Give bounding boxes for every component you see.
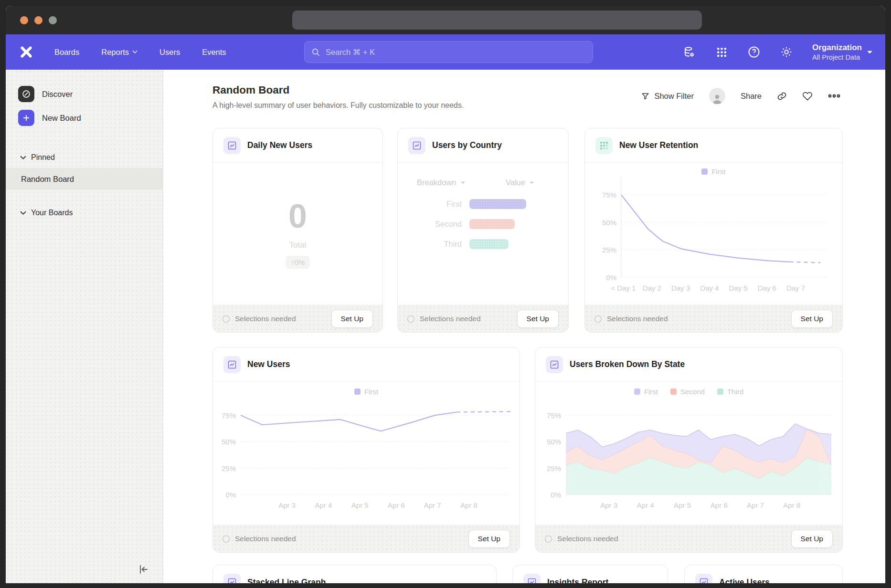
sidebar-section-pinned[interactable]: Pinned (6, 147, 163, 168)
card-footer: Selections needed Set Up (535, 525, 842, 552)
avatar[interactable] (709, 88, 725, 104)
mixpanel-logo-icon[interactable] (19, 44, 35, 60)
status-circle-icon (223, 536, 230, 543)
organization-switcher[interactable]: Organization All Project Data (812, 42, 873, 61)
show-filter-button[interactable]: Show Filter (641, 92, 694, 101)
address-bar[interactable] (292, 10, 702, 30)
x-tick-label: Apr 3 (278, 501, 296, 509)
setup-button[interactable]: Set Up (791, 310, 833, 328)
line-chart-icon (223, 574, 241, 583)
chart-plot (213, 382, 520, 496)
organization-name: Organization (812, 42, 862, 52)
nav-item-events[interactable]: Events (202, 48, 226, 57)
country-row-bar (469, 219, 515, 229)
traffic-light-3[interactable] (49, 16, 57, 24)
card-insights-report: Insights Report (512, 565, 668, 583)
retention-grid-icon (595, 137, 613, 154)
filter-icon (641, 92, 650, 101)
chevron-down-icon (460, 181, 466, 185)
data-management-icon[interactable] (682, 45, 696, 59)
nav-links: BoardsReportsUsersEvents (54, 48, 226, 57)
x-tick-label: Apr 6 (388, 501, 405, 509)
card-footer: Selections needed Set Up (398, 305, 568, 332)
traffic-light-2[interactable] (34, 16, 42, 24)
x-tick-label: Day 6 (758, 284, 776, 292)
line-chart-icon (695, 574, 712, 583)
card-footer: Selections needed Set Up (585, 305, 842, 332)
x-tick-label: Apr 5 (674, 501, 691, 509)
apps-grid-icon[interactable] (715, 45, 728, 59)
traffic-lights (20, 16, 57, 24)
x-tick-label: Apr 4 (315, 501, 332, 509)
sidebar-collapse-icon[interactable] (135, 562, 151, 577)
line-chart-icon (546, 356, 563, 373)
share-button[interactable]: Share (741, 92, 762, 101)
card-title: Users Broken Down By State (570, 359, 685, 369)
search-input[interactable]: Search ⌘ + K (304, 41, 593, 63)
setup-button[interactable]: Set Up (517, 310, 559, 328)
sidebar-item-new-board[interactable]: New Board (6, 106, 163, 130)
sidebar-section-label: Pinned (31, 153, 55, 162)
navbar-right: Organization All Project Data (682, 34, 873, 70)
chevron-down-icon (867, 50, 873, 54)
line-chart-icon (223, 356, 241, 373)
x-tick-label: < Day 1 (611, 284, 636, 292)
chevron-down-icon (529, 181, 534, 185)
help-icon[interactable] (747, 45, 761, 59)
sidebar-item-label: New Board (42, 114, 81, 123)
page-title: Random Board (212, 84, 289, 96)
sidebar-item-discover[interactable]: Discover (6, 82, 163, 106)
search-placeholder: Search ⌘ + K (326, 48, 375, 57)
sidebar-section-label: Your Boards (31, 209, 73, 217)
main-content: Random Board A high-level summary of use… (163, 70, 885, 583)
new-board-plus-icon (18, 110, 34, 126)
search-icon (311, 48, 320, 57)
nav-item-boards[interactable]: Boards (54, 48, 79, 57)
card-footer: Selections needed Set Up (213, 305, 382, 332)
card-title: Users by Country (432, 140, 502, 150)
card-daily-new-users: Daily New Users 0 Total ↑0% Selections n… (212, 128, 383, 333)
nav-item-users[interactable]: Users (159, 48, 180, 57)
board-list: Random Board (6, 168, 163, 190)
setup-button[interactable]: Set Up (468, 530, 510, 548)
country-row-label: Second (398, 220, 469, 229)
sidebar-section-your-boards[interactable]: Your Boards (6, 202, 163, 223)
chart-plot (585, 163, 842, 279)
card-users-by-country: Users by Country Breakdown Value FirstSe… (397, 128, 569, 333)
value-dropdown[interactable]: Value (506, 178, 534, 187)
copy-link-icon[interactable] (777, 91, 787, 101)
board-item-random-board[interactable]: Random Board (6, 168, 163, 190)
more-options-icon[interactable] (828, 94, 840, 98)
x-tick-label: Day 5 (729, 284, 748, 292)
chevron-down-icon (20, 211, 26, 215)
x-tick-label: Apr 4 (637, 501, 654, 509)
status-circle-icon (545, 536, 552, 543)
traffic-light-1[interactable] (20, 16, 28, 24)
browser-window: BoardsReportsUsersEvents Search ⌘ + K (6, 6, 885, 583)
settings-gear-icon[interactable] (780, 45, 793, 59)
country-row-label: Third (398, 240, 469, 249)
organization-project: All Project Data (812, 53, 862, 62)
card-title: New Users (247, 359, 290, 369)
setup-button[interactable]: Set Up (791, 530, 833, 548)
x-tick-label: Day 4 (700, 284, 719, 292)
card-stacked-line-graph: Stacked Line Graph (212, 565, 497, 583)
discover-compass-icon (18, 86, 34, 102)
country-row-bar (469, 239, 509, 249)
card-title: Insights Report (547, 578, 608, 584)
favorite-heart-icon[interactable] (802, 91, 813, 101)
line-chart-icon (223, 137, 241, 154)
country-row-second: Second (398, 219, 568, 229)
top-navbar: BoardsReportsUsersEvents Search ⌘ + K (6, 34, 885, 70)
card-new-user-retention: New User Retention First75%50%25%0%< Day… (584, 128, 843, 333)
x-tick-label: Day 7 (786, 284, 805, 292)
breakdown-dropdown[interactable]: Breakdown (417, 178, 466, 187)
metric-delta-badge: ↑0% (286, 256, 310, 269)
nav-item-reports[interactable]: Reports (101, 48, 138, 57)
retention-chart: First75%50%25%0%< Day 1Day 2Day 3Day 4Da… (585, 163, 842, 305)
card-new-users: New Users First75%50%25%0%Apr 3Apr 4Apr … (212, 347, 520, 553)
setup-button[interactable]: Set Up (331, 310, 373, 328)
country-row-first: First (398, 199, 568, 209)
country-row-bar (469, 199, 526, 209)
sidebar: Discover New Board Pinned Random Board Y… (6, 70, 163, 583)
